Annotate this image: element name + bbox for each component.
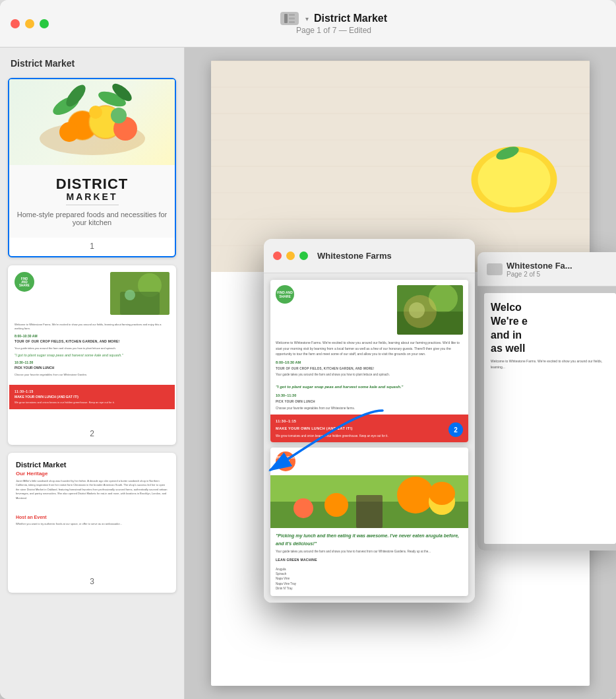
floating-window-title: Whitestone Farms [317, 251, 392, 261]
floating-whitestone-window: Whitestone Farms FIND AND SHARE [264, 239, 475, 603]
floating-maximize-button[interactable] [299, 251, 308, 260]
maximize-button[interactable] [40, 19, 49, 28]
floating-close-button[interactable] [273, 251, 282, 260]
svg-point-45 [293, 498, 313, 518]
page-number-2: 2 [9, 425, 175, 444]
fruit-image-area [270, 475, 468, 528]
market-tagline: Home-style prepared foods and necessitie… [15, 211, 169, 226]
window-title: District Market [314, 13, 387, 24]
float-doc-header: FIND AND SHARE [270, 280, 468, 340]
float-farm-photo [397, 285, 463, 335]
secondary-window: Whitestone Fa... Page 2 of 5 WelcoWe're … [477, 252, 616, 550]
floating-window-body: FIND AND SHARE Welcome to Wh [264, 273, 475, 603]
time-slot-1: 8:00–10:30 AM [15, 334, 169, 338]
float-doc2-text: "Picking my lunch and then eating it was… [270, 528, 468, 558]
float-section-2: PICK YOUR OWN LUNCH [276, 399, 463, 405]
floating-title-bar: Whitestone Farms [264, 239, 475, 273]
float-red-time: 11:30–1:15 [276, 418, 463, 424]
page3-subtitle: Our Heritage [16, 471, 168, 477]
floating-minimize-button[interactable] [286, 251, 295, 260]
float-quote: "I got to plant sugar snap peas and harv… [270, 384, 468, 389]
sidebar-title: District Market [8, 58, 176, 69]
svg-point-14 [59, 122, 79, 142]
page3-body: Janet Miller's little sandwich shop was … [16, 479, 168, 500]
svg-rect-0 [284, 14, 288, 23]
secondary-title-bar: Whitestone Fa... Page 2 of 5 [477, 252, 616, 286]
svg-rect-3 [289, 21, 295, 23]
page3-title: District Market [16, 461, 168, 469]
floating-doc-page: FIND AND SHARE Welcome to Wh [270, 280, 468, 442]
page-thumbnail-1[interactable]: DISTRICT MARKET Home-style prepared food… [8, 78, 176, 257]
secondary-body: WelcoWe're eand inas well Welcome to Whi… [477, 286, 616, 550]
float-time-2-content: 10:30–11:30 PICK YOUR OWN LUNCH Choose y… [270, 393, 468, 415]
thumbnail-image-3: District Market Our Heritage Janet Mille… [9, 454, 175, 573]
window-subtitle: Page 1 of 7 — Edited [296, 26, 371, 35]
sidebar-toggle-button[interactable] [280, 12, 299, 25]
main-content-area: Whitestone Farms FIND AND SHARE [185, 48, 616, 699]
floating-doc2: PICK YOUR OWN LUNCH [270, 448, 468, 596]
title-center: ▾ District Market Page 1 of 7 — Edited [62, 12, 605, 35]
secondary-page: WelcoWe're eand inas well Welcome to Whi… [484, 293, 616, 544]
svg-point-35 [478, 152, 551, 207]
floating-window-controls [273, 251, 308, 260]
secondary-page-content: WelcoWe're eand inas well Welcome to Whi… [484, 293, 616, 378]
page-thumbnail-2[interactable]: FIND AND SHARE [8, 265, 176, 445]
district-title: DISTRICT [56, 176, 128, 192]
float-red-text: We grow tomatoes and onion beans in our … [276, 434, 463, 439]
float-green-circle-icon: FIND AND SHARE [276, 285, 294, 304]
float-lean-green: Lean Green Machine [270, 558, 468, 567]
main-window: ▾ District Market Page 1 of 7 — Edited D… [0, 0, 616, 699]
svg-rect-1 [289, 14, 295, 16]
float-ingredients: ArugulaSpinachNapa VineNapa Vine TrayDin… [270, 567, 468, 596]
secondary-window-title: Whitestone Fa... [507, 261, 572, 271]
svg-point-38 [429, 285, 458, 313]
secondary-window-subtitle: Page 2 of 5 [507, 271, 572, 278]
time-label-1: TOUR OF OUR CROP FIELDS, KITCHEN GARDEN,… [15, 339, 169, 344]
thumbnail-image-2: FIND AND SHARE [9, 267, 175, 425]
page-number-1: 1 [9, 238, 175, 256]
title-bar: ▾ District Market Page 1 of 7 — Edited [0, 0, 616, 48]
secondary-title-group: Whitestone Fa... Page 2 of 5 [507, 261, 572, 278]
svg-point-16 [89, 106, 102, 119]
float-time-1: 8:00–10:30 AM [276, 360, 463, 366]
sidebar: District Market [0, 48, 185, 699]
secondary-sidebar-toggle [487, 263, 503, 275]
float-red-label: MAKE YOUR OWN LUNCH (AND EAT IT!) [276, 426, 463, 432]
float-section-1: TOUR OF OUR CROP FIELDS, KITCHEN GARDEN,… [276, 366, 463, 372]
svg-text:SHARE: SHARE [19, 284, 30, 287]
svg-point-15 [111, 108, 127, 123]
page-number-3: 3 [9, 573, 175, 591]
page-thumbnail-3[interactable]: District Market Our Heritage Janet Mille… [8, 453, 176, 593]
close-button[interactable] [11, 19, 20, 28]
minimize-button[interactable] [25, 19, 34, 28]
window-controls [11, 19, 49, 28]
svg-point-44 [429, 488, 455, 515]
market-label: MARKET [67, 192, 118, 202]
svg-rect-39 [397, 312, 463, 335]
svg-point-24 [125, 290, 135, 300]
welcome-text: WelcoWe're eand inas well [491, 301, 609, 356]
green-circle-icon: FIND AND SHARE [15, 272, 34, 292]
red-section-text: We grow tomatoes and onion beans in our … [15, 401, 169, 405]
title-row: ▾ District Market [280, 12, 387, 25]
thumbnail-image-1: DISTRICT MARKET Home-style prepared food… [9, 79, 175, 238]
svg-rect-2 [289, 18, 295, 20]
svg-rect-47 [356, 495, 383, 528]
svg-point-43 [397, 477, 434, 514]
float-red-section: 11:30–1:15 MAKE YOUR OWN LUNCH (AND EAT … [270, 415, 468, 442]
svg-point-40 [409, 302, 425, 318]
svg-point-46 [324, 493, 348, 517]
float-time-2: 10:30–11:30 [276, 393, 463, 399]
page2-quote: "I got to plant sugar snap peas and harv… [15, 353, 169, 358]
float-doc-text: Welcome to Whitestone Farms. We're excit… [270, 340, 468, 382]
chevron-down-icon: ▾ [305, 15, 309, 22]
float-pick-circle: PICK YOUR OWN LUNCH [276, 451, 295, 471]
secondary-intro-text: Welcome to Whitestone Farms. We're excit… [491, 358, 609, 370]
